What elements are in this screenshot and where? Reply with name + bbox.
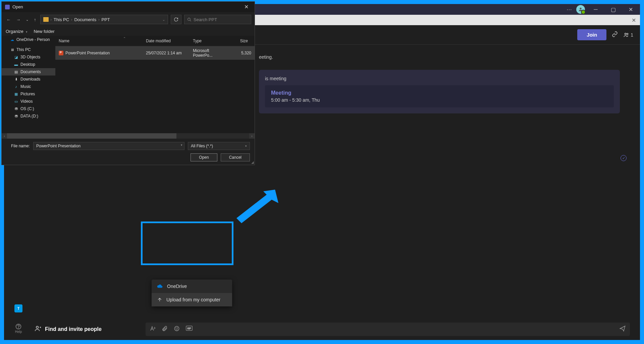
invite-people[interactable]: Find and invite people bbox=[34, 325, 142, 334]
refresh-button[interactable] bbox=[171, 15, 181, 24]
minimize-button[interactable]: ─ bbox=[589, 5, 602, 14]
scroll-right-button[interactable]: › bbox=[249, 133, 255, 139]
folder-icon bbox=[43, 17, 49, 22]
svg-point-2 bbox=[627, 33, 628, 35]
file-row[interactable]: PowerPoint Presentation 25/07/2022 1:14 … bbox=[55, 46, 255, 60]
nav-up-button[interactable]: ↑ bbox=[33, 16, 38, 23]
meeting-title: Meeting bbox=[271, 90, 608, 96]
upload-icon bbox=[157, 297, 162, 302]
meeting-card: is meeting Meeting 5:00 am - 5:30 am, Th… bbox=[259, 70, 620, 113]
close-window-button[interactable]: ✕ bbox=[624, 5, 637, 14]
filename-input[interactable] bbox=[33, 142, 184, 150]
tree-desktop[interactable]: ▬Desktop bbox=[2, 61, 55, 68]
new-folder-button[interactable]: New folder bbox=[34, 29, 54, 34]
dialog-body: ☁OneDrive - Person 🖥This PC ◪3D Objects … bbox=[2, 36, 255, 133]
file-open-dialog: Open ✕ ← → ⌄ ↑ › This PC › Documents › P… bbox=[1, 1, 255, 165]
organize-button[interactable]: Organize ▾ bbox=[6, 29, 28, 34]
meeting-card-text: is meeting bbox=[265, 76, 614, 81]
powerpoint-file-icon bbox=[59, 51, 63, 55]
col-size[interactable]: Size bbox=[228, 36, 255, 46]
folder-tree: ☁OneDrive - Person 🖥This PC ◪3D Objects … bbox=[2, 36, 55, 133]
dialog-footer: File name: ▾ All Files (*.*)▾ Open Cance… bbox=[2, 139, 255, 165]
tree-downloads[interactable]: ⬇Downloads bbox=[2, 76, 55, 83]
tree-thispc[interactable]: 🖥This PC bbox=[2, 46, 55, 53]
user-avatar[interactable] bbox=[576, 5, 585, 14]
svg-point-1 bbox=[625, 33, 627, 35]
filename-dropdown-icon[interactable]: ▾ bbox=[181, 143, 182, 147]
tree-videos[interactable]: ▭Videos bbox=[2, 98, 55, 105]
compose-box[interactable]: GIF bbox=[146, 323, 630, 336]
list-header: Name⌃ Date modified Type Size bbox=[55, 36, 255, 46]
svg-point-6 bbox=[174, 326, 179, 331]
format-icon[interactable] bbox=[150, 326, 156, 333]
col-type[interactable]: Type bbox=[190, 36, 228, 46]
people-add-icon bbox=[34, 325, 42, 334]
maximize-button[interactable]: ▢ bbox=[606, 5, 620, 14]
gif-icon[interactable]: GIF bbox=[186, 326, 193, 333]
tree-documents[interactable]: ▤Documents bbox=[2, 68, 55, 76]
svg-point-11 bbox=[188, 18, 191, 20]
meeting-time: 5:00 am - 5:30 am, Thu bbox=[271, 97, 608, 103]
link-icon[interactable] bbox=[612, 31, 618, 39]
more-icon[interactable]: ⋯ bbox=[566, 6, 572, 12]
tree-drive-d[interactable]: ⛃DATA (D:) bbox=[2, 112, 55, 120]
tree-music[interactable]: ♪Music bbox=[2, 83, 55, 90]
participants-count[interactable]: 1 bbox=[623, 32, 633, 38]
search-box[interactable]: Search PPT bbox=[184, 15, 251, 24]
send-icon[interactable] bbox=[619, 325, 626, 334]
svg-point-4 bbox=[18, 328, 19, 328]
filetype-select[interactable]: All Files (*.*)▾ bbox=[188, 142, 250, 150]
teams-left-rail: T Help bbox=[7, 300, 30, 337]
compose-area: Find and invite people GIF bbox=[34, 323, 630, 336]
sidebar-app-icon[interactable]: T bbox=[10, 300, 27, 317]
dialog-titlebar: Open ✕ bbox=[2, 2, 255, 12]
scroll-thumb[interactable] bbox=[7, 133, 176, 139]
dialog-app-icon bbox=[5, 5, 10, 9]
tree-onedrive[interactable]: ☁OneDrive - Person bbox=[2, 36, 55, 43]
dialog-toolbar: Organize ▾ New folder bbox=[2, 27, 255, 36]
banner-close-icon[interactable]: ✕ bbox=[632, 17, 636, 23]
meeting-card-inner[interactable]: Meeting 5:00 am - 5:30 am, Thu bbox=[265, 85, 614, 107]
svg-point-7 bbox=[176, 328, 176, 329]
onedrive-icon bbox=[157, 284, 163, 288]
join-button[interactable]: Join bbox=[577, 29, 606, 40]
sidebar-help[interactable]: Help bbox=[10, 320, 27, 337]
svg-point-5 bbox=[36, 326, 38, 328]
scroll-left-button[interactable]: ‹ bbox=[2, 133, 7, 139]
emoji-icon[interactable] bbox=[174, 326, 180, 333]
open-button[interactable]: Open bbox=[191, 153, 217, 161]
attach-icon[interactable] bbox=[162, 326, 168, 333]
file-list: Name⌃ Date modified Type Size PowerPoint… bbox=[55, 36, 255, 133]
col-name[interactable]: Name⌃ bbox=[55, 36, 143, 46]
nav-recent-dropdown[interactable]: ⌄ bbox=[24, 17, 30, 22]
dialog-nav: ← → ⌄ ↑ › This PC › Documents › PPT ⌄ Se… bbox=[2, 12, 255, 27]
dialog-close-button[interactable]: ✕ bbox=[241, 4, 251, 10]
path-dropdown-icon[interactable]: ⌄ bbox=[162, 18, 165, 21]
dialog-title: Open bbox=[12, 4, 23, 9]
nav-forward-button[interactable]: → bbox=[15, 16, 22, 23]
svg-point-8 bbox=[177, 328, 178, 329]
search-icon bbox=[187, 17, 192, 22]
svg-text:GIF: GIF bbox=[187, 327, 191, 330]
svg-point-0 bbox=[580, 8, 581, 9]
tree-pictures[interactable]: ▦Pictures bbox=[2, 90, 55, 98]
attach-upload-computer[interactable]: Upload from my computer bbox=[152, 293, 232, 306]
attach-menu: OneDrive Upload from my computer bbox=[152, 280, 232, 306]
filename-label: File name: bbox=[6, 144, 30, 148]
cancel-button[interactable]: Cancel bbox=[221, 153, 250, 161]
col-date[interactable]: Date modified bbox=[143, 36, 190, 46]
resize-grip-icon[interactable]: ◢ bbox=[251, 160, 254, 164]
tree-3dobjects[interactable]: ◪3D Objects bbox=[2, 53, 55, 61]
horizontal-scrollbar[interactable]: ‹ › bbox=[2, 133, 255, 139]
tree-drive-c[interactable]: ⛃OS (C:) bbox=[2, 105, 55, 112]
nav-back-button[interactable]: ← bbox=[5, 16, 12, 23]
address-bar[interactable]: › This PC › Documents › PPT ⌄ bbox=[40, 15, 168, 24]
sort-indicator-icon: ⌃ bbox=[123, 37, 126, 40]
attach-onedrive[interactable]: OneDrive bbox=[152, 280, 232, 293]
checkmark-icon: ✓ bbox=[621, 155, 627, 161]
